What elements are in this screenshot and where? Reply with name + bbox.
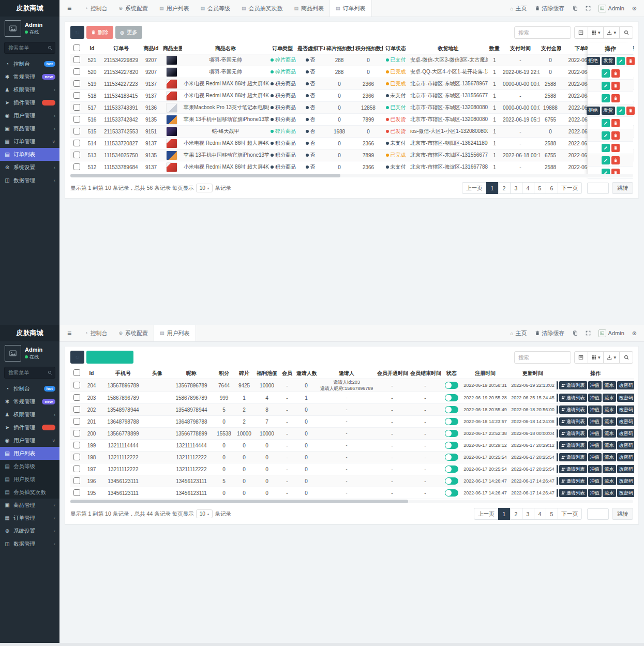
- change-password-button[interactable]: 改密码: [617, 477, 634, 485]
- select-all-checkbox[interactable]: [73, 44, 80, 51]
- status-toggle[interactable]: [445, 394, 458, 401]
- sidebar-item[interactable]: ▤ 订单列表: [0, 148, 59, 161]
- edit-button[interactable]: 编辑: [557, 417, 558, 426]
- row-checkbox[interactable]: [73, 382, 80, 388]
- flow-button[interactable]: 流水: [603, 394, 616, 402]
- page-button[interactable]: 2: [510, 508, 522, 520]
- change-password-button[interactable]: 改密码: [617, 465, 634, 473]
- sidebar-item[interactable]: ▤ 用户反馈: [0, 473, 59, 486]
- sidebar-item[interactable]: ✱ 常规管理 new: [0, 70, 59, 83]
- flow-button[interactable]: 流水: [603, 477, 616, 485]
- row-checkbox[interactable]: [73, 116, 80, 123]
- invite-list-button[interactable]: 邀请列表: [559, 453, 587, 461]
- change-password-button[interactable]: 改密码: [617, 453, 634, 461]
- order-row[interactable]: 518 111534183415 9137 小米电视 Redmi MAX 86吋…: [70, 90, 634, 102]
- row-checkbox[interactable]: [73, 163, 80, 170]
- nav-tab[interactable]: ▤ 用户列表: [154, 325, 196, 341]
- recharge-button[interactable]: 冲值: [588, 477, 602, 485]
- search-toggle-button[interactable]: [619, 26, 633, 39]
- change-password-button[interactable]: 改密码: [617, 381, 634, 389]
- select-all-checkbox[interactable]: [73, 369, 80, 376]
- sidebar-item[interactable]: ♟ 权限管理 ‹: [0, 83, 59, 96]
- flow-button[interactable]: 流水: [603, 441, 616, 449]
- flow-button[interactable]: 流水: [603, 429, 616, 438]
- delete-button[interactable]: 删除: [86, 26, 113, 39]
- status-toggle[interactable]: [445, 418, 458, 425]
- sidebar-item[interactable]: ▤ 会员等级: [0, 460, 59, 473]
- menu-toggle-icon[interactable]: ≡: [59, 325, 79, 341]
- edit-button[interactable]: [617, 107, 625, 115]
- user-row[interactable]: 200 13566778899 13566778899 15538 10000 …: [70, 428, 634, 440]
- copy-icon[interactable]: [573, 6, 578, 11]
- invite-list-button[interactable]: 邀请列表: [559, 394, 587, 402]
- invite-list-button[interactable]: 邀请列表: [559, 441, 587, 449]
- invite-list-button[interactable]: 邀请列表: [559, 489, 587, 497]
- home-link[interactable]: ⌂主页: [511, 329, 527, 337]
- user-row[interactable]: 203 15867896789 15867896789 999 1 4 - 1: [70, 392, 634, 404]
- sidebar-item[interactable]: ▤ 会员抽奖次数: [0, 486, 59, 499]
- delete-button[interactable]: [626, 107, 635, 115]
- page-button[interactable]: 4: [522, 182, 534, 194]
- delete-button[interactable]: [611, 119, 620, 127]
- refuse-button[interactable]: 拒绝: [587, 57, 600, 65]
- row-checkbox[interactable]: [73, 104, 80, 111]
- nav-tab[interactable]: ▤ 商品列表: [289, 0, 330, 17]
- change-password-button[interactable]: 改密码: [617, 429, 634, 438]
- recharge-button[interactable]: 冲值: [588, 394, 602, 402]
- user-row[interactable]: 199 13211114444 13211114444 0 0 0 - 0: [70, 440, 634, 452]
- delete-button[interactable]: [611, 94, 620, 102]
- page-button[interactable]: 3: [510, 182, 522, 194]
- page-button[interactable]: 5: [534, 182, 546, 194]
- add-virtual-user-button[interactable]: +添加虚拟用户: [86, 351, 133, 364]
- scrollbar-thumb[interactable]: [70, 500, 408, 503]
- edit-button[interactable]: 编辑: [557, 429, 558, 438]
- order-row[interactable]: 513 111534025750 9135 苹果 13手机中国移动官旗iPhon…: [70, 149, 634, 161]
- admin-menu[interactable]: Admin: [598, 5, 624, 12]
- order-row[interactable]: 514 111533720827 9137 小米电视 Redmi MAX 86吋…: [70, 138, 634, 149]
- page-size-select[interactable]: 10▴: [196, 184, 213, 192]
- row-checkbox[interactable]: [73, 394, 80, 401]
- status-toggle[interactable]: [445, 465, 458, 473]
- flow-button[interactable]: 流水: [603, 417, 616, 426]
- recharge-button[interactable]: 冲值: [588, 465, 602, 473]
- user-row[interactable]: 201 13648798788 13648798788 0 2 7 - 0: [70, 416, 634, 428]
- refresh-button[interactable]: ↻: [70, 351, 84, 364]
- flow-button[interactable]: 流水: [603, 489, 616, 497]
- invite-list-button[interactable]: 邀请列表: [559, 405, 587, 414]
- delete-button[interactable]: [626, 57, 635, 65]
- recharge-button[interactable]: 冲值: [588, 441, 602, 449]
- flow-button[interactable]: 流水: [603, 453, 616, 461]
- delete-button[interactable]: [611, 144, 620, 152]
- delete-button[interactable]: [611, 82, 620, 90]
- next-page-button[interactable]: 下一页: [558, 508, 582, 520]
- sidebar-item[interactable]: ♟ 权限管理 ‹: [0, 408, 59, 421]
- edit-button[interactable]: [602, 69, 610, 78]
- edit-button[interactable]: 编辑: [557, 394, 558, 402]
- home-link[interactable]: ⌂主页: [511, 5, 527, 12]
- page-jump-button[interactable]: 跳转: [612, 182, 633, 194]
- row-checkbox[interactable]: [73, 418, 80, 425]
- edit-button[interactable]: 编辑: [557, 465, 558, 473]
- delete-button[interactable]: [611, 69, 620, 78]
- refresh-button[interactable]: ↻: [70, 26, 84, 39]
- status-toggle[interactable]: [445, 489, 458, 497]
- change-password-button[interactable]: 改密码: [617, 489, 634, 497]
- sidebar-item[interactable]: ◉ 用户管理 ∨: [0, 434, 59, 447]
- invite-list-button[interactable]: 邀请列表: [559, 477, 587, 485]
- edit-button[interactable]: 编辑: [557, 441, 558, 449]
- row-checkbox[interactable]: [73, 92, 80, 99]
- sidebar-item[interactable]: ⊛ 系统设置 ‹: [0, 161, 59, 174]
- row-checkbox[interactable]: [73, 454, 80, 460]
- invite-list-button[interactable]: 邀请列表: [559, 381, 587, 389]
- recharge-button[interactable]: 冲值: [588, 417, 602, 426]
- edit-button[interactable]: [602, 94, 610, 102]
- edit-button[interactable]: 编辑: [557, 477, 558, 485]
- order-row[interactable]: 521 211534229829 9207 项羽-帝国元帅 碎片商品 否 288: [70, 54, 634, 66]
- user-row[interactable]: 204 13567896789 13567896789 7644 9425 10…: [70, 379, 634, 392]
- status-toggle[interactable]: [445, 442, 458, 449]
- order-row[interactable]: 515 211533742553 9151 铠-绛天战甲 碎片商品 否 1688: [70, 126, 634, 138]
- page-jump-input[interactable]: [587, 183, 609, 194]
- change-password-button[interactable]: 改密码: [617, 405, 634, 414]
- delete-button[interactable]: [611, 156, 620, 164]
- flow-button[interactable]: 流水: [603, 381, 616, 389]
